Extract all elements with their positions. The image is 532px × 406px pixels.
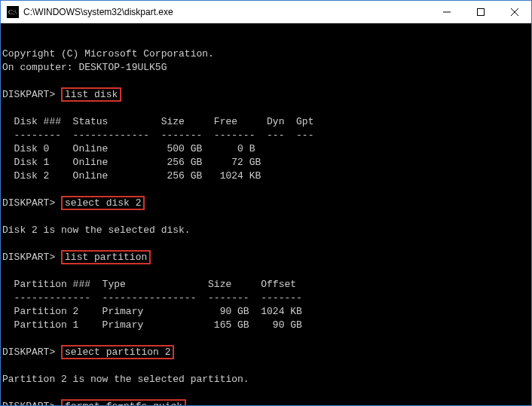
command-format: format fs=ntfs quick xyxy=(61,399,186,405)
command-select-partition: select partition 2 xyxy=(61,345,174,359)
app-window: C:\ C:\WINDOWS\system32\diskpart.exe Cop… xyxy=(0,0,532,406)
command-select-disk: select disk 2 xyxy=(61,196,145,210)
disk-table-header: Disk ### Status Size Free Dyn Gpt xyxy=(2,116,313,127)
prompt: DISKPART> xyxy=(2,346,55,358)
svg-rect-3 xyxy=(477,8,484,15)
window-title: C:\WINDOWS\system32\diskpart.exe xyxy=(23,7,430,17)
partition-table-divider: ------------- ---------------- ------- -… xyxy=(2,292,302,304)
maximize-button[interactable] xyxy=(463,1,497,23)
close-button[interactable] xyxy=(497,1,531,23)
disk-row: Disk 0 Online 500 GB 0 B xyxy=(2,143,255,154)
prompt: DISKPART> xyxy=(2,197,55,209)
response-text: Disk 2 is now the selected disk. xyxy=(2,224,191,236)
partition-table-header: Partition ### Type Size Offset xyxy=(2,279,296,290)
disk-table-divider: -------- ------------- ------- ------- -… xyxy=(2,130,313,141)
partition-row: Partition 2 Primary 90 GB 1024 KB xyxy=(2,306,302,317)
computer-line: On computer: DESKTOP-19ULK5G xyxy=(2,62,167,73)
minimize-button[interactable] xyxy=(430,1,463,23)
prompt: DISKPART> xyxy=(2,401,55,405)
disk-row: Disk 1 Online 256 GB 72 GB xyxy=(2,157,261,168)
command-list-partition: list partition xyxy=(61,250,151,264)
svg-text:C:\: C:\ xyxy=(8,8,17,16)
command-list-disk: list disk xyxy=(61,87,121,102)
copyright-line: Copyright (C) Microsoft Corporation. xyxy=(2,48,214,60)
titlebar[interactable]: C:\ C:\WINDOWS\system32\diskpart.exe xyxy=(1,1,531,23)
response-text: Partition 2 is now the selected partitio… xyxy=(2,374,249,385)
terminal-output[interactable]: Copyright (C) Microsoft Corporation. On … xyxy=(1,23,531,405)
disk-row: Disk 2 Online 256 GB 1024 KB xyxy=(2,170,261,182)
window-controls xyxy=(430,1,531,23)
prompt: DISKPART> xyxy=(2,252,55,263)
cmd-icon: C:\ xyxy=(7,6,19,18)
partition-row: Partition 1 Primary 165 GB 90 GB xyxy=(2,319,302,331)
prompt: DISKPART> xyxy=(2,89,55,100)
